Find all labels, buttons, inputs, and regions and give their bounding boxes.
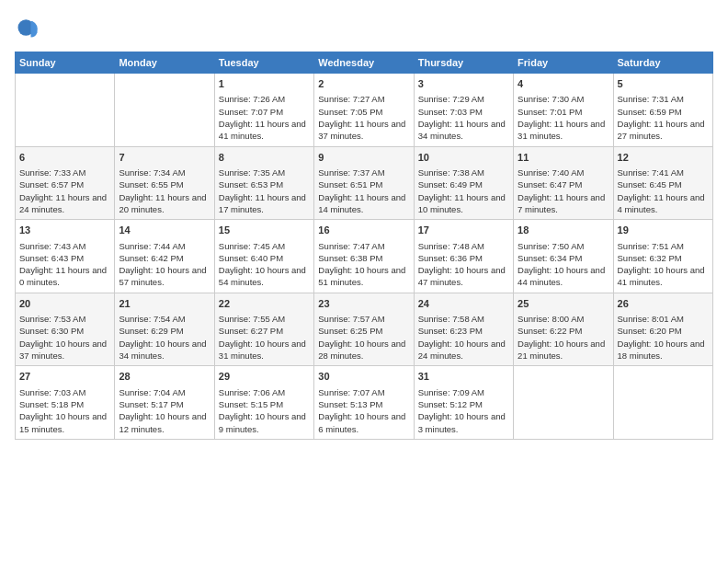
day-number: 9 — [318, 151, 409, 165]
day-info: Sunrise: 7:31 AM — [618, 93, 709, 105]
calendar-cell: 18Sunrise: 7:50 AMSunset: 6:34 PMDayligh… — [514, 220, 613, 293]
day-number: 16 — [318, 224, 409, 237]
day-info: Daylight: 11 hours and 27 minutes. — [618, 118, 709, 143]
day-info: Sunset: 6:34 PM — [518, 252, 609, 264]
day-info: Daylight: 11 hours and 0 minutes. — [19, 264, 110, 289]
day-info: Sunset: 6:25 PM — [318, 325, 409, 337]
day-info: Daylight: 10 hours and 51 minutes. — [318, 264, 409, 289]
day-info: Daylight: 11 hours and 14 minutes. — [318, 191, 409, 216]
day-number: 18 — [518, 224, 609, 237]
calendar-cell: 4Sunrise: 7:30 AMSunset: 7:01 PMDaylight… — [514, 74, 613, 147]
day-info: Sunrise: 7:35 AM — [219, 167, 310, 178]
calendar-cell: 24Sunrise: 7:58 AMSunset: 6:23 PMDayligh… — [414, 293, 513, 366]
day-info: Sunrise: 7:03 AM — [19, 386, 110, 398]
day-info: Sunset: 6:42 PM — [119, 252, 210, 264]
calendar-cell: 16Sunrise: 7:47 AMSunset: 6:38 PMDayligh… — [314, 220, 414, 293]
day-info: Daylight: 10 hours and 31 minutes. — [219, 338, 310, 362]
day-info: Daylight: 11 hours and 41 minutes. — [219, 118, 310, 143]
day-number: 5 — [618, 77, 709, 91]
day-number: 10 — [418, 151, 509, 165]
day-info: Sunrise: 7:37 AM — [318, 167, 409, 178]
day-info: Sunset: 7:01 PM — [518, 106, 609, 118]
calendar-cell: 10Sunrise: 7:38 AMSunset: 6:49 PMDayligh… — [414, 146, 513, 220]
day-info: Sunrise: 7:50 AM — [518, 240, 609, 252]
day-info: Sunset: 5:17 PM — [119, 398, 210, 410]
day-info: Sunrise: 7:41 AM — [618, 167, 709, 178]
day-info: Sunrise: 7:09 AM — [418, 386, 509, 398]
day-info: Sunrise: 7:45 AM — [219, 240, 310, 252]
day-info: Sunset: 5:12 PM — [418, 398, 509, 410]
day-info: Sunset: 5:18 PM — [19, 398, 110, 410]
day-info: Daylight: 11 hours and 7 minutes. — [518, 191, 609, 216]
day-info: Sunrise: 7:33 AM — [19, 167, 110, 178]
day-info: Daylight: 11 hours and 20 minutes. — [119, 191, 210, 216]
page-header — [15, 15, 713, 40]
day-info: Sunset: 6:53 PM — [219, 178, 310, 190]
day-info: Daylight: 11 hours and 10 minutes. — [418, 191, 509, 216]
calendar-cell: 21Sunrise: 7:54 AMSunset: 6:29 PMDayligh… — [115, 293, 214, 366]
day-info: Daylight: 11 hours and 31 minutes. — [518, 118, 609, 143]
weekday-header-tuesday: Tuesday — [214, 52, 313, 74]
calendar-cell: 26Sunrise: 8:01 AMSunset: 6:20 PMDayligh… — [613, 293, 712, 366]
calendar-table: SundayMondayTuesdayWednesdayThursdayFrid… — [15, 52, 713, 440]
day-info: Sunrise: 7:07 AM — [318, 386, 409, 398]
calendar-cell: 15Sunrise: 7:45 AMSunset: 6:40 PMDayligh… — [214, 220, 313, 293]
calendar-cell: 8Sunrise: 7:35 AMSunset: 6:53 PMDaylight… — [214, 146, 313, 220]
day-info: Sunset: 5:13 PM — [318, 398, 409, 410]
day-number: 21 — [119, 297, 210, 311]
day-number: 26 — [618, 297, 709, 311]
day-info: Daylight: 10 hours and 28 minutes. — [318, 338, 409, 362]
day-info: Sunrise: 7:57 AM — [318, 313, 409, 325]
day-info: Sunrise: 7:06 AM — [219, 386, 310, 398]
calendar-cell — [613, 366, 712, 440]
weekday-header-row: SundayMondayTuesdayWednesdayThursdayFrid… — [16, 52, 713, 74]
calendar-cell: 9Sunrise: 7:37 AMSunset: 6:51 PMDaylight… — [314, 146, 414, 220]
week-row-2: 6Sunrise: 7:33 AMSunset: 6:57 PMDaylight… — [16, 146, 713, 220]
calendar-cell — [514, 366, 613, 440]
weekday-header-friday: Friday — [514, 52, 613, 74]
day-number: 27 — [19, 370, 110, 384]
day-info: Sunset: 6:47 PM — [518, 178, 609, 190]
day-number: 22 — [219, 297, 310, 311]
calendar-cell — [16, 74, 115, 147]
day-info: Sunrise: 7:34 AM — [119, 167, 210, 178]
day-info: Daylight: 10 hours and 15 minutes. — [19, 410, 110, 435]
day-info: Sunset: 6:57 PM — [19, 178, 110, 190]
day-info: Sunrise: 7:55 AM — [219, 313, 310, 325]
day-info: Daylight: 10 hours and 6 minutes. — [318, 410, 409, 435]
day-number: 14 — [119, 224, 210, 237]
day-number: 1 — [219, 77, 310, 91]
day-info: Daylight: 10 hours and 37 minutes. — [19, 338, 110, 362]
calendar-cell: 7Sunrise: 7:34 AMSunset: 6:55 PMDaylight… — [115, 146, 214, 220]
day-info: Sunrise: 7:58 AM — [418, 313, 509, 325]
day-info: Sunset: 6:36 PM — [418, 252, 509, 264]
day-info: Sunset: 6:40 PM — [219, 252, 310, 264]
weekday-header-thursday: Thursday — [414, 52, 513, 74]
day-info: Sunrise: 7:40 AM — [518, 167, 609, 178]
logo-icon — [15, 15, 40, 40]
calendar-cell: 11Sunrise: 7:40 AMSunset: 6:47 PMDayligh… — [514, 146, 613, 220]
day-number: 15 — [219, 224, 310, 237]
day-number: 13 — [19, 224, 110, 237]
calendar-cell: 22Sunrise: 7:55 AMSunset: 6:27 PMDayligh… — [214, 293, 313, 366]
day-number: 30 — [318, 370, 409, 384]
day-info: Sunset: 6:27 PM — [219, 325, 310, 337]
day-info: Sunrise: 7:53 AM — [19, 313, 110, 325]
calendar-cell: 25Sunrise: 8:00 AMSunset: 6:22 PMDayligh… — [514, 293, 613, 366]
day-info: Daylight: 11 hours and 34 minutes. — [418, 118, 509, 143]
day-number: 23 — [318, 297, 409, 311]
day-number: 19 — [618, 224, 709, 237]
day-info: Daylight: 10 hours and 41 minutes. — [618, 264, 709, 289]
week-row-3: 13Sunrise: 7:43 AMSunset: 6:43 PMDayligh… — [16, 220, 713, 293]
day-info: Sunset: 6:49 PM — [418, 178, 509, 190]
day-info: Sunrise: 7:26 AM — [219, 93, 310, 105]
day-number: 11 — [518, 151, 609, 165]
day-number: 3 — [418, 77, 509, 91]
day-number: 8 — [219, 151, 310, 165]
calendar-cell: 29Sunrise: 7:06 AMSunset: 5:15 PMDayligh… — [214, 366, 313, 440]
day-number: 2 — [318, 77, 409, 91]
weekday-header-sunday: Sunday — [16, 52, 115, 74]
day-number: 25 — [518, 297, 609, 311]
day-info: Daylight: 11 hours and 24 minutes. — [19, 191, 110, 216]
day-info: Sunrise: 7:29 AM — [418, 93, 509, 105]
